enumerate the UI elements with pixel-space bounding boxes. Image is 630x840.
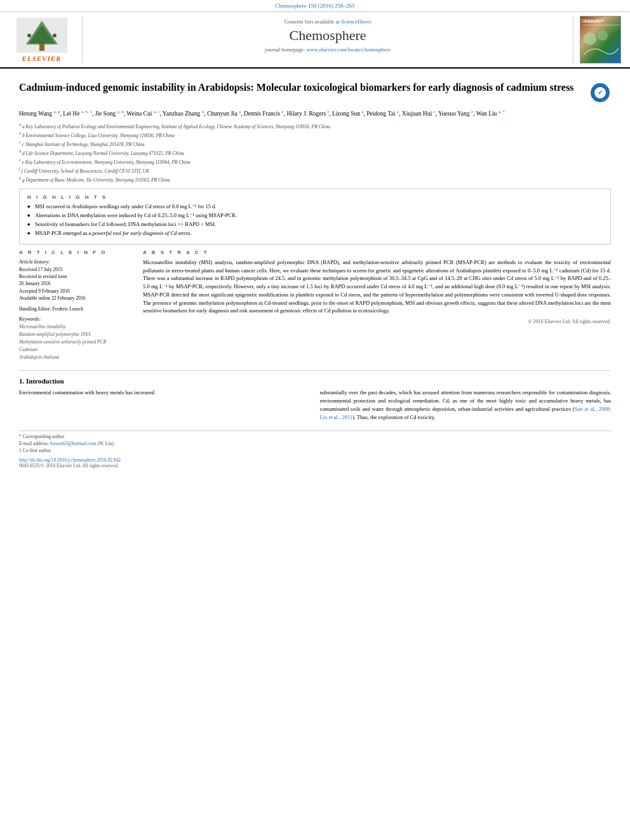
article-title: Cadmium-induced genomic instability in A…: [19, 81, 582, 95]
journal-homepage-link[interactable]: www.elsevier.com/locate/chemosphere: [307, 46, 391, 53]
svg-point-4: [27, 34, 31, 37]
cofirst-note: 1 Co-first author.: [19, 448, 611, 453]
affiliation-e: e e Key Laboratory of Eco-restoration, S…: [19, 157, 611, 166]
intro-col-left: Environmental contamination with heavy m…: [19, 389, 311, 421]
keyword-item: Methylation-sensitive arbitrarily primed…: [19, 338, 133, 346]
svg-point-9: [584, 32, 596, 45]
abstract-section: A B S T R A C T Microsatellite instabili…: [143, 250, 611, 366]
footnotes-section: * Corresponding author. E-mail address: …: [19, 430, 611, 453]
abstract-header: A B S T R A C T: [143, 250, 611, 255]
journal-name-area: Contents lists available at ScienceDirec…: [83, 16, 573, 63]
affiliation-d: d d Life Science Department, Luoyang Nor…: [19, 149, 611, 157]
keyword-item: Microsatellite instability: [19, 323, 133, 331]
article-history-group: Article history: Received 17 July 2015 R…: [19, 259, 133, 302]
keyword-item: Arabidopsis thaliana: [19, 354, 133, 361]
highlight-item: Aberrations in DNA methylation were indu…: [27, 212, 603, 220]
svg-point-10: [598, 30, 608, 41]
affiliation-g: g g Department of Basic Medicine, He Uni…: [19, 175, 611, 183]
main-content: Cadmium-induced genomic instability in A…: [0, 69, 630, 475]
ref-link-sun[interactable]: Sun et al., 2008; Liu et al., 2011: [320, 406, 612, 420]
keywords-group: Keywords: Microsatellite instability Ran…: [19, 316, 133, 361]
introduction-section: 1. Introduction Environmental contaminat…: [19, 377, 611, 421]
received-date: Received 17 July 2015: [19, 266, 133, 273]
article-info-abstract-area: A R T I C L E I N F O Article history: R…: [19, 250, 611, 366]
handling-editor: Handling Editor: Frederic Leusch: [19, 305, 133, 312]
journal-header: ELSEVIER Contents lists available at Sci…: [0, 12, 630, 69]
history-label: Article history:: [19, 259, 133, 265]
article-info-panel: A R T I C L E I N F O Article history: R…: [19, 250, 133, 366]
revised-label: Received in revised form: [19, 273, 133, 280]
elsevier-tree-image: [17, 18, 67, 53]
issn-line: 0045-6535/© 2016 Elsevier Ltd. All right…: [19, 463, 611, 469]
accepted-date: Accepted 9 February 2016: [19, 288, 133, 295]
keywords-header: Keywords:: [19, 316, 133, 322]
science-direct-text: Contents lists available at ScienceDirec…: [89, 18, 566, 25]
available-date: Available online 22 February 2016: [19, 295, 133, 302]
svg-point-5: [53, 34, 57, 37]
journal-title: Chemosphere: [89, 27, 566, 44]
article-title-section: Cadmium-induced genomic instability in A…: [19, 81, 611, 103]
abstract-text: Microsatellite instability (MSI) analysi…: [143, 258, 611, 315]
highlight-item: Sensitivity of biomarkers for Cd followe…: [27, 221, 603, 229]
elsevier-logo-area: ELSEVIER: [6, 16, 83, 63]
keyword-item: Cadmium: [19, 346, 133, 354]
journal-cover-image: Chemosphere: [580, 16, 621, 63]
affiliations: a a Key Laboratory of Pollution Ecology …: [19, 122, 611, 183]
email-link[interactable]: liuwan63@hotmail.com: [50, 441, 97, 446]
highlights-list: MSI occurred in Arabidopsis seedlings on…: [27, 203, 603, 237]
highlight-item: MSAP-PCR emerged as a powerful tool for …: [27, 230, 603, 237]
intro-heading: 1. Introduction: [19, 377, 611, 385]
intro-col2-text: substantially over the past decades, whi…: [320, 389, 612, 421]
intro-col1-text: Environmental contamination with heavy m…: [19, 389, 311, 397]
affiliation-c: c c Shanghai Institute of Technology, Sh…: [19, 140, 611, 148]
intro-columns: Environmental contamination with heavy m…: [19, 389, 611, 421]
elsevier-logo: ELSEVIER: [17, 18, 67, 62]
doi-link[interactable]: http://dx.doi.org/10.1016/j.chemosphere.…: [19, 457, 611, 463]
keywords-list: Microsatellite instability Random-amplif…: [19, 323, 133, 361]
keyword-item: Random-amplified polymorphic DNA: [19, 331, 133, 338]
journal-cover-area: Chemosphere: [573, 16, 624, 63]
svg-rect-8: [582, 25, 620, 25]
affiliation-a: a a Key Laboratory of Pollution Ecology …: [19, 122, 611, 130]
svg-text:Chemosphere: Chemosphere: [582, 20, 601, 23]
highlights-header: H I G H L I G H T S: [27, 194, 603, 200]
copyright: © 2016 Elsevier Ltd. All rights reserved…: [143, 319, 611, 324]
crossmark-logo[interactable]: ✓: [589, 81, 611, 103]
intro-col-right: substantially over the past decades, whi…: [320, 389, 612, 421]
section-divider: [19, 370, 611, 371]
science-direct-link[interactable]: ScienceDirect: [341, 18, 372, 25]
article-info-header: A R T I C L E I N F O: [19, 250, 133, 255]
corresponding-author: * Corresponding author.: [19, 434, 611, 439]
affiliation-f: f f Cardiff University, School of Biosci…: [19, 166, 611, 175]
authors-list: Hetong Wang a, g, Lei He a, b, 1, Jie So…: [19, 109, 611, 118]
journal-homepage: journal homepage: www.elsevier.com/locat…: [89, 46, 566, 53]
journal-citation: Chemosphere 150 (2016) 258–265: [0, 0, 630, 12]
revised-date: 26 January 2016: [19, 280, 133, 287]
highlights-section: H I G H L I G H T S MSI occurred in Arab…: [19, 189, 611, 244]
affiliation-b: b b Environmental Science College, Liao …: [19, 131, 611, 139]
email-address: E-mail address: liuwan63@hotmail.com (W.…: [19, 441, 611, 446]
highlight-item: MSI occurred in Arabidopsis seedlings on…: [27, 203, 603, 211]
crossmark-circle: ✓: [591, 83, 610, 102]
elsevier-brand-name: ELSEVIER: [22, 55, 62, 62]
